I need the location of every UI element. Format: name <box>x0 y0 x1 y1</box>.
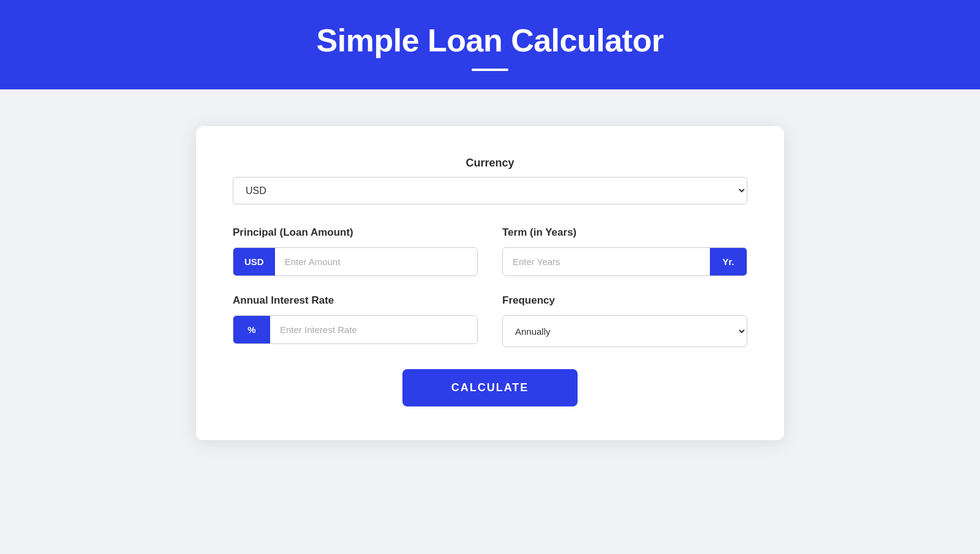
currency-label: Currency <box>233 157 747 170</box>
bottom-fields-row: Annual Interest Rate % Frequency Annuall… <box>233 294 747 347</box>
currency-select[interactable]: USD EUR GBP JPY AUD <box>233 177 747 204</box>
calculate-button[interactable]: CALCULATE <box>402 369 578 406</box>
frequency-group: Frequency Annually Monthly Weekly Daily <box>502 294 747 347</box>
page-header: Simple Loan Calculator <box>0 0 980 89</box>
main-content: Currency USD EUR GBP JPY AUD Principal (… <box>0 89 980 477</box>
term-label: Term (in Years) <box>502 226 747 239</box>
term-input[interactable] <box>503 248 710 275</box>
interest-badge: % <box>233 316 270 343</box>
term-group: Term (in Years) Yr. <box>502 226 747 276</box>
currency-section: Currency USD EUR GBP JPY AUD <box>233 157 747 204</box>
header-underline <box>472 69 508 71</box>
frequency-label: Frequency <box>502 294 747 307</box>
principal-group: Principal (Loan Amount) USD <box>233 226 478 276</box>
page-title: Simple Loan Calculator <box>0 22 980 59</box>
frequency-select[interactable]: Annually Monthly Weekly Daily <box>502 315 747 347</box>
top-fields-row: Principal (Loan Amount) USD Term (in Yea… <box>233 226 747 276</box>
principal-input-wrapper: USD <box>233 247 478 276</box>
term-badge: Yr. <box>710 248 747 275</box>
interest-label: Annual Interest Rate <box>233 294 478 307</box>
principal-badge: USD <box>233 248 275 275</box>
principal-input[interactable] <box>275 248 477 275</box>
principal-label: Principal (Loan Amount) <box>233 226 478 239</box>
calculator-card: Currency USD EUR GBP JPY AUD Principal (… <box>196 126 784 440</box>
interest-input[interactable] <box>270 316 477 343</box>
calculate-section: CALCULATE <box>233 369 747 406</box>
term-input-wrapper: Yr. <box>502 247 747 276</box>
interest-input-wrapper: % <box>233 315 478 344</box>
interest-group: Annual Interest Rate % <box>233 294 478 347</box>
